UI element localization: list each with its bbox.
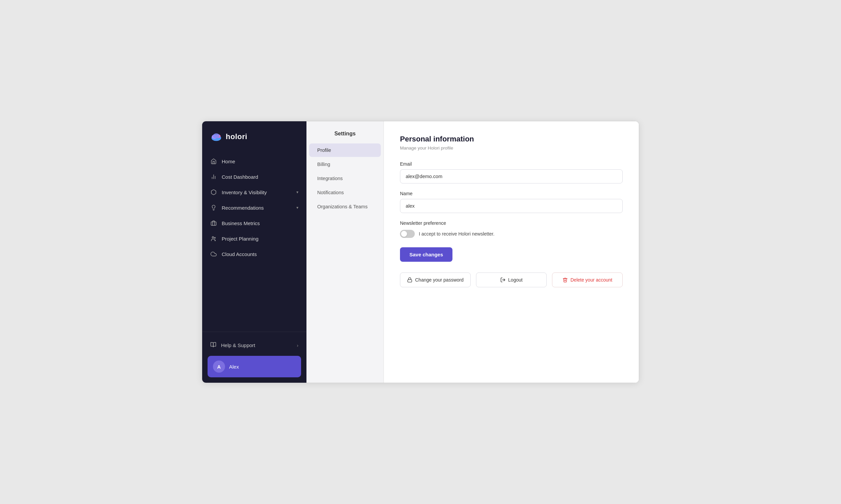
main-content: Personal information Manage your Holori … (384, 121, 639, 383)
sidebar-item-project-planning[interactable]: Project Planning (202, 231, 307, 246)
avatar: A (213, 361, 225, 373)
user-profile-bar[interactable]: A Alex (208, 356, 301, 377)
home-icon (210, 158, 217, 165)
sidebar-item-business-metrics-label: Business Metrics (222, 220, 298, 226)
name-group: Name (400, 191, 623, 213)
trash-icon (563, 277, 568, 283)
chart-icon (210, 173, 217, 180)
sidebar-item-recommendations[interactable]: Recommendations ▾ (202, 200, 307, 215)
logout-icon (500, 277, 505, 283)
settings-nav-organizations[interactable]: Organizations & Teams (309, 200, 381, 213)
sidebar-item-cost-dashboard[interactable]: Cost Dashboard (202, 169, 307, 184)
logout-label: Logout (508, 277, 523, 283)
sidebar-bottom: Help & Support › A Alex (202, 331, 307, 383)
save-button[interactable]: Save changes (400, 247, 452, 262)
sidebar-item-cloud-accounts[interactable]: Cloud Accounts (202, 246, 307, 262)
name-label: Name (400, 191, 623, 196)
email-label: Email (400, 161, 623, 167)
settings-title: Settings (307, 131, 383, 137)
sidebar-item-cloud-accounts-label: Cloud Accounts (222, 251, 298, 257)
help-support-label: Help & Support (221, 342, 255, 348)
newsletter-row: I accept to receive Holori newsletter. (400, 230, 623, 238)
newsletter-text: I accept to receive Holori newsletter. (419, 231, 495, 236)
newsletter-section: Newsletter preference I accept to receiv… (400, 220, 623, 238)
chevron-down-icon-2: ▾ (296, 205, 298, 210)
sidebar-item-home-label: Home (222, 159, 298, 164)
user-name: Alex (229, 364, 239, 370)
chevron-down-icon: ▾ (296, 190, 298, 195)
change-password-button[interactable]: Change your password (400, 272, 470, 287)
sidebar-item-recommendations-label: Recommendations (222, 205, 292, 211)
settings-nav-integrations[interactable]: Integrations (309, 172, 381, 185)
logo-area: holori (202, 121, 307, 151)
app-name: holori (226, 132, 247, 141)
delete-account-button[interactable]: Delete your account (552, 272, 623, 287)
lock-icon (407, 277, 412, 283)
page-title: Personal information (400, 135, 623, 143)
name-field[interactable] (400, 199, 623, 213)
sidebar-item-home[interactable]: Home (202, 154, 307, 169)
email-group: Email (400, 161, 623, 183)
sidebar-item-inventory[interactable]: Inventory & Visibility ▾ (202, 184, 307, 200)
sidebar: holori Home (202, 121, 307, 383)
settings-panel: Settings Profile Billing Integrations No… (307, 121, 384, 383)
newsletter-toggle[interactable] (400, 230, 415, 238)
newsletter-label: Newsletter preference (400, 220, 623, 226)
settings-nav-notifications[interactable]: Notifications (309, 186, 381, 199)
action-buttons: Change your password Logout (400, 272, 623, 287)
svg-point-10 (212, 236, 214, 238)
cloud-icon (210, 251, 217, 257)
change-password-label: Change your password (415, 277, 464, 283)
svg-rect-12 (408, 280, 412, 282)
people-icon (210, 235, 217, 242)
settings-nav-profile[interactable]: Profile (309, 143, 381, 157)
briefcase-icon (210, 220, 217, 227)
svg-point-11 (214, 237, 215, 238)
settings-nav-billing[interactable]: Billing (309, 158, 381, 171)
book-icon (210, 342, 216, 349)
logout-button[interactable]: Logout (476, 272, 547, 287)
logo-icon (210, 131, 222, 143)
email-field[interactable] (400, 169, 623, 183)
page-subtitle: Manage your Holori profile (400, 145, 623, 150)
sidebar-item-inventory-label: Inventory & Visibility (222, 190, 292, 195)
delete-account-label: Delete your account (570, 277, 613, 283)
profile-form: Email Name Newsletter preference I accep… (400, 161, 623, 287)
box-icon (210, 189, 217, 196)
lightbulb-icon (210, 204, 217, 211)
sidebar-item-cost-dashboard-label: Cost Dashboard (222, 174, 298, 180)
help-support-item[interactable]: Help & Support › (202, 337, 307, 353)
sidebar-item-project-planning-label: Project Planning (222, 236, 298, 241)
help-chevron-icon: › (297, 343, 298, 348)
app-container: holori Home (202, 121, 639, 383)
svg-point-3 (213, 133, 220, 138)
main-nav: Home Cost Dashboard (202, 151, 307, 331)
svg-rect-9 (211, 222, 216, 226)
sidebar-item-business-metrics[interactable]: Business Metrics (202, 215, 307, 231)
